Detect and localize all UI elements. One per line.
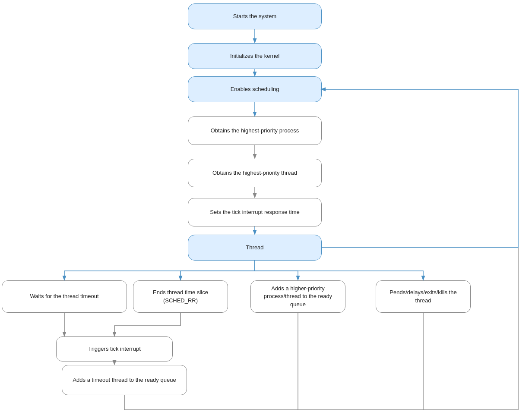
waits-timeout-node: Waits for the thread timeout [2, 280, 127, 313]
pends-delays-node: Pends/delays/exits/kills the thread [376, 280, 471, 313]
starts-system-label: Starts the system [233, 13, 276, 20]
thread-label: Thread [246, 244, 263, 251]
triggers-tick-label: Triggers tick interrupt [88, 345, 141, 353]
tick-interrupt-label: Sets the tick interrupt response time [210, 208, 299, 216]
adds-higher-priority-node: Adds a higher-priority process/thread to… [250, 280, 345, 313]
starts-system-node: Starts the system [188, 3, 322, 29]
highest-priority-process-label: Obtains the highest-priority process [211, 127, 299, 135]
triggers-tick-node: Triggers tick interrupt [56, 336, 173, 361]
ends-time-slice-node: Ends thread time slice (SCHED_RR) [133, 280, 228, 313]
tick-interrupt-node: Sets the tick interrupt response time [188, 198, 322, 226]
flowchart-container: Starts the system Initializes the kernel… [0, 0, 532, 418]
adds-timeout-thread-node: Adds a timeout thread to the ready queue [62, 365, 187, 395]
init-kernel-label: Initializes the kernel [230, 52, 279, 60]
highest-priority-process-node: Obtains the highest-priority process [188, 116, 322, 145]
waits-timeout-label: Waits for the thread timeout [30, 292, 98, 300]
init-kernel-node: Initializes the kernel [188, 43, 322, 69]
adds-higher-priority-label: Adds a higher-priority process/thread to… [256, 285, 340, 308]
pends-delays-label: Pends/delays/exits/kills the thread [381, 289, 465, 304]
thread-node: Thread [188, 235, 322, 261]
adds-timeout-thread-label: Adds a timeout thread to the ready queue [73, 376, 176, 384]
enables-scheduling-label: Enables scheduling [231, 85, 279, 93]
enables-scheduling-node: Enables scheduling [188, 76, 322, 102]
highest-priority-thread-label: Obtains the highest-priority thread [212, 169, 297, 177]
ends-time-slice-label: Ends thread time slice (SCHED_RR) [139, 289, 222, 304]
highest-priority-thread-node: Obtains the highest-priority thread [188, 159, 322, 187]
